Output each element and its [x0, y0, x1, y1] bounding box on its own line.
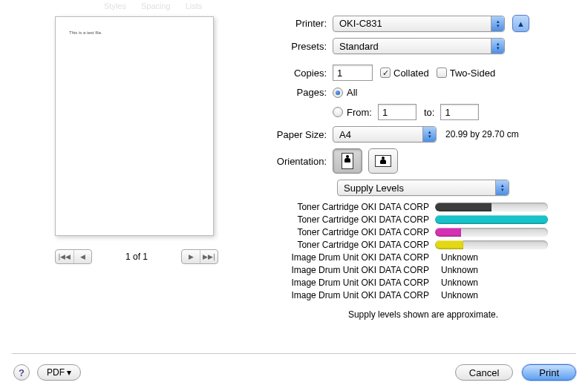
- portrait-icon: [342, 153, 353, 169]
- supply-label: Image Drum Unit OKI DATA CORP: [270, 252, 435, 263]
- presets-label: Presets:: [270, 41, 333, 52]
- supply-value: Unknown: [441, 290, 478, 300]
- printer-select[interactable]: OKI-C831: [333, 16, 505, 32]
- supply-fill: [435, 215, 548, 224]
- presets-value: Standard: [339, 41, 379, 52]
- printer-label: Printer:: [270, 18, 333, 29]
- supply-label: Toner Cartridge OKI DATA CORP: [270, 227, 435, 237]
- paper-size-row: Paper Size: A4 20.99 by 29.70 cm: [270, 126, 576, 142]
- pages-from-input[interactable]: [378, 104, 416, 120]
- pages-to-label: to:: [424, 107, 434, 118]
- pages-row-all: Pages: All: [270, 87, 576, 98]
- section-select-value: Supply Levels: [344, 183, 404, 194]
- select-arrows-icon: [491, 39, 504, 53]
- supply-fill: [435, 203, 491, 211]
- print-dialog: This is a test file. |◀◀ ◀ 1 of 1 ▶ ▶▶| …: [12, 3, 576, 385]
- supply-fill: [435, 240, 463, 249]
- preview-page: This is a test file.: [55, 16, 214, 236]
- pages-row-range: From: to:: [270, 104, 576, 120]
- nav-first-button[interactable]: |◀◀: [56, 250, 74, 263]
- pages-label: Pages:: [270, 87, 333, 98]
- supply-bar: [435, 228, 548, 237]
- cancel-label: Cancel: [469, 367, 499, 378]
- nav-next-last: ▶ ▶▶|: [181, 249, 218, 264]
- nav-next-button[interactable]: ▶: [182, 250, 200, 263]
- pages-from-label: From:: [347, 107, 372, 118]
- pdf-menu-button[interactable]: PDF ▾: [37, 364, 81, 381]
- paper-size-label: Paper Size:: [270, 129, 333, 140]
- pages-all-label: All: [347, 87, 357, 98]
- twosided-checkbox[interactable]: [437, 68, 447, 78]
- nav-last-button[interactable]: ▶▶|: [200, 250, 218, 263]
- supply-fill: [435, 228, 461, 237]
- supply-bar: [435, 240, 548, 249]
- supply-label: Toner Cartridge OKI DATA CORP: [270, 202, 435, 212]
- supply-row: Image Drum Unit OKI DATA CORPUnknown: [270, 252, 576, 263]
- supply-row: Toner Cartridge OKI DATA CORP: [270, 240, 576, 250]
- page-counter: 1 of 1: [114, 252, 159, 262]
- supply-row: Image Drum Unit OKI DATA CORPUnknown: [270, 265, 576, 275]
- print-label: Print: [539, 367, 559, 378]
- help-button[interactable]: ?: [13, 364, 30, 381]
- presets-select[interactable]: Standard: [333, 38, 505, 54]
- settings-panel: Printer: OKI-C831 ▲ Presets: Standard Co…: [270, 15, 576, 320]
- paper-size-value: A4: [339, 129, 351, 140]
- nav-prev-button[interactable]: ◀: [74, 250, 91, 263]
- paper-dimensions: 20.99 by 29.70 cm: [445, 129, 519, 139]
- pdf-label: PDF ▾: [47, 367, 71, 378]
- printer-row: Printer: OKI-C831 ▲: [270, 15, 576, 32]
- copies-row: Copies: ✓ Collated Two-Sided: [270, 65, 576, 81]
- preview-nav: |◀◀ ◀ 1 of 1 ▶ ▶▶|: [55, 249, 218, 264]
- supply-row: Toner Cartridge OKI DATA CORP: [270, 214, 576, 225]
- supply-bar: [435, 203, 548, 211]
- supply-row: Image Drum Unit OKI DATA CORPUnknown: [270, 290, 576, 300]
- supply-value: Unknown: [441, 277, 478, 288]
- select-arrows-icon: [491, 16, 504, 31]
- collated-label: Collated: [393, 68, 429, 79]
- select-arrows-icon: [422, 127, 436, 142]
- nav-first-prev: |◀◀ ◀: [55, 249, 92, 264]
- supply-label: Image Drum Unit OKI DATA CORP: [270, 290, 435, 300]
- approx-note: Supply levels shown are approximate.: [270, 309, 576, 320]
- orientation-portrait-button[interactable]: [333, 148, 362, 174]
- cancel-button[interactable]: Cancel: [455, 364, 513, 381]
- collapse-details-button[interactable]: ▲: [512, 15, 529, 32]
- triangle-up-icon: ▲: [517, 19, 525, 28]
- supply-levels-table: Toner Cartridge OKI DATA CORPToner Cartr…: [270, 202, 576, 300]
- supply-label: Toner Cartridge OKI DATA CORP: [270, 214, 435, 225]
- preview-text: This is a test file.: [69, 30, 102, 35]
- pages-range-radio[interactable]: [333, 107, 343, 117]
- orientation-row: Orientation:: [270, 148, 576, 174]
- orientation-landscape-button[interactable]: [368, 148, 398, 174]
- printer-value: OKI-C831: [339, 18, 382, 29]
- section-select[interactable]: Supply Levels: [337, 180, 509, 196]
- supply-row: Toner Cartridge OKI DATA CORP: [270, 227, 576, 237]
- twosided-label: Two-Sided: [450, 68, 495, 79]
- copies-input[interactable]: [333, 65, 373, 81]
- preview-pane: This is a test file. |◀◀ ◀ 1 of 1 ▶ ▶▶|: [55, 16, 218, 264]
- supply-label: Image Drum Unit OKI DATA CORP: [270, 265, 435, 275]
- orientation-label: Orientation:: [270, 156, 333, 167]
- supply-label: Image Drum Unit OKI DATA CORP: [270, 277, 435, 288]
- paper-size-select[interactable]: A4: [333, 126, 437, 142]
- dialog-footer: ? PDF ▾ Cancel Print: [12, 353, 576, 381]
- presets-row: Presets: Standard: [270, 38, 576, 54]
- select-arrows-icon: [495, 180, 509, 195]
- supply-value: Unknown: [441, 265, 478, 275]
- section-divider-row: Supply Levels: [270, 180, 576, 196]
- collated-checkbox[interactable]: ✓: [380, 68, 391, 78]
- pages-to-input[interactable]: [440, 104, 479, 120]
- supply-row: Toner Cartridge OKI DATA CORP: [270, 202, 576, 212]
- copies-label: Copies:: [270, 68, 333, 79]
- landscape-icon: [375, 155, 391, 167]
- supply-label: Toner Cartridge OKI DATA CORP: [270, 240, 435, 250]
- supply-row: Image Drum Unit OKI DATA CORPUnknown: [270, 277, 576, 288]
- supply-bar: [435, 215, 548, 224]
- pages-all-radio[interactable]: [333, 88, 343, 98]
- supply-value: Unknown: [441, 252, 478, 263]
- print-button[interactable]: Print: [522, 364, 576, 381]
